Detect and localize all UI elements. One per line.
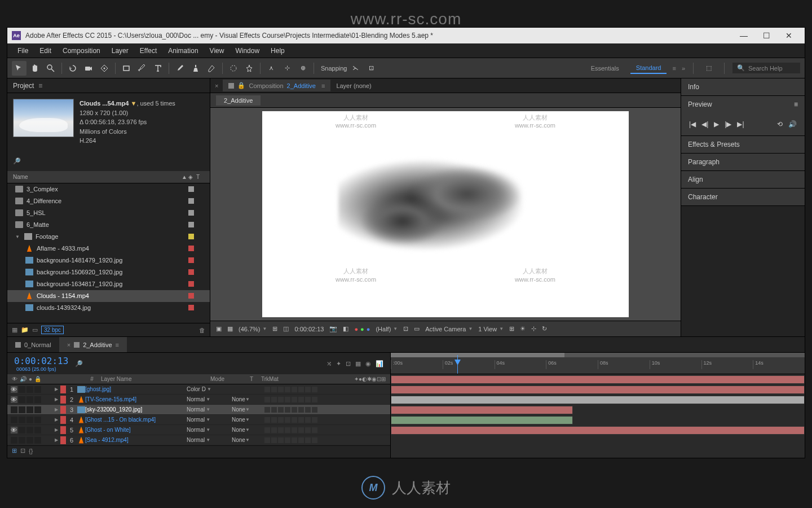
composition-viewer[interactable]: 人人素材www.rr-sc.com 人人素材www.rr-sc.com 人人素材… xyxy=(210,108,681,321)
switch[interactable] xyxy=(292,437,297,443)
switch[interactable] xyxy=(292,427,297,433)
audio-toggle[interactable] xyxy=(19,427,25,433)
switches-icon[interactable]: ✦●◐✱◉⊡⊞ xyxy=(354,376,386,382)
switch[interactable] xyxy=(271,427,277,433)
resolution-icon[interactable]: ⊞ xyxy=(272,325,277,332)
layer-name[interactable]: [ghost.jpg] xyxy=(85,386,187,392)
switch[interactable] xyxy=(278,417,284,423)
pen-tool[interactable] xyxy=(135,61,149,76)
toggle-in-out-icon[interactable]: {} xyxy=(29,448,33,454)
project-item[interactable]: 4_Difference xyxy=(7,195,210,207)
switch[interactable] xyxy=(264,407,270,413)
layer-color[interactable] xyxy=(60,416,66,424)
video-toggle[interactable] xyxy=(11,406,17,413)
search-help-input[interactable]: 🔍 Search Help xyxy=(732,63,800,73)
layer-name[interactable]: [Ghost - on White] xyxy=(85,427,187,433)
work-area[interactable] xyxy=(391,353,805,357)
mode-dropdown[interactable]: Normal ▼ xyxy=(187,437,220,443)
menu-composition[interactable]: Composition xyxy=(57,45,106,57)
close-button[interactable]: ✕ xyxy=(778,28,800,43)
switch[interactable] xyxy=(305,397,311,402)
timeline-right[interactable]: :00s02s04s06s08s10s12s14s xyxy=(391,353,805,458)
interpret-footage-icon[interactable]: ▦ xyxy=(12,326,17,334)
expand-icon[interactable]: ▶ xyxy=(52,397,60,402)
sync-settings-icon[interactable]: ⬚ xyxy=(701,61,716,76)
snapping-toggle[interactable]: ⋋ xyxy=(348,61,363,76)
layer-bar[interactable] xyxy=(391,416,573,424)
switch[interactable] xyxy=(264,397,270,402)
layer-color[interactable] xyxy=(60,386,66,393)
switch[interactable] xyxy=(278,407,284,413)
switch[interactable] xyxy=(298,427,304,433)
layer-row[interactable]: ▶4[Ghost ...15 - On black.mp4]Normal ▼No… xyxy=(7,415,390,425)
layer-name[interactable]: [sky-232000_1920.jpg] xyxy=(85,406,187,413)
expand-icon[interactable]: ▶ xyxy=(52,427,60,432)
layer-bar[interactable] xyxy=(391,426,805,435)
trkmat-dropdown[interactable]: None ▼ xyxy=(232,417,260,423)
project-list[interactable]: 3_Complex4_Difference5_HSL6_Matte▼Footag… xyxy=(7,183,210,323)
mode-dropdown[interactable]: Normal ▼ xyxy=(187,406,220,413)
prev-frame-button[interactable]: ◀| xyxy=(701,120,708,128)
layer-row[interactable]: 👁▶2[TV-Scene-15s.mp4]Normal ▼None ▼ xyxy=(7,395,390,405)
clone-stamp-tool[interactable] xyxy=(188,61,203,76)
hide-shy-icon[interactable]: ⊡ xyxy=(346,360,351,367)
first-frame-button[interactable]: |◀ xyxy=(689,120,696,128)
layer-name-column[interactable]: Layer Name xyxy=(98,376,210,382)
lock-toggle[interactable] xyxy=(34,427,41,433)
transparency-grid-icon[interactable]: ▦ xyxy=(227,325,233,332)
color-label[interactable] xyxy=(188,246,194,251)
project-item[interactable]: Clouds - 1154.mp4 xyxy=(7,290,210,302)
channel-icon[interactable]: ● xyxy=(354,326,358,332)
switch[interactable] xyxy=(271,397,277,402)
local-axis-icon[interactable]: ⋏ xyxy=(264,61,279,76)
project-item[interactable]: 6_Matte xyxy=(7,219,210,231)
new-comp-icon[interactable]: ▭ xyxy=(32,326,38,334)
close-tab-icon[interactable]: × xyxy=(210,82,223,89)
expand-icon[interactable]: ▶ xyxy=(52,417,60,422)
switch[interactable] xyxy=(285,437,290,443)
roi-icon[interactable]: ◫ xyxy=(283,325,289,332)
effects-panel-header[interactable]: Effects & Presets xyxy=(681,136,805,153)
comp-name-link[interactable]: 2_Additive xyxy=(287,82,316,89)
roto-brush-tool[interactable] xyxy=(226,61,241,76)
lock-icon[interactable]: 🔒 xyxy=(237,82,245,89)
layer-bar[interactable] xyxy=(391,396,805,404)
refresh-icon[interactable]: ↻ xyxy=(542,325,547,332)
project-panel-header[interactable]: Project ≡ xyxy=(7,78,210,93)
expand-icon[interactable]: ▶ xyxy=(52,387,60,392)
switch[interactable] xyxy=(278,397,284,402)
audio-toggle[interactable] xyxy=(19,437,25,444)
color-label[interactable] xyxy=(188,257,194,263)
mode-dropdown[interactable]: Color D ▼ xyxy=(187,386,220,392)
minimize-button[interactable]: — xyxy=(732,28,755,43)
snapshot-icon[interactable]: 📷 xyxy=(329,325,337,332)
switch[interactable] xyxy=(271,407,277,413)
switch[interactable] xyxy=(264,417,270,423)
menu-layer[interactable]: Layer xyxy=(106,45,134,57)
switch[interactable] xyxy=(305,407,311,413)
menu-animation[interactable]: Animation xyxy=(162,45,204,57)
label-column-icon[interactable]: ◈ xyxy=(188,174,196,180)
video-toggle[interactable]: 👁 xyxy=(11,386,17,393)
next-frame-button[interactable]: |▶ xyxy=(725,120,731,128)
trkmat-dropdown[interactable]: None ▼ xyxy=(232,396,260,402)
frame-blend-icon[interactable]: ▦ xyxy=(355,360,361,367)
layer-bar[interactable] xyxy=(391,406,573,414)
solo-toggle[interactable] xyxy=(27,417,33,423)
play-button[interactable]: ▶ xyxy=(714,120,719,128)
switch[interactable] xyxy=(312,427,317,433)
video-toggle[interactable] xyxy=(11,417,17,423)
selection-tool[interactable] xyxy=(12,61,27,76)
switch[interactable] xyxy=(298,407,304,413)
panel-menu-icon[interactable]: ≡ xyxy=(794,100,798,108)
snap-edges-icon[interactable]: ⊡ xyxy=(364,61,379,76)
pixel-aspect-icon[interactable]: ⊞ xyxy=(509,325,514,332)
color-label[interactable] xyxy=(188,222,194,227)
switch[interactable] xyxy=(292,417,297,423)
exposure-icon[interactable]: ☀ xyxy=(520,325,526,332)
switch[interactable] xyxy=(292,397,297,402)
preview-panel-header[interactable]: Preview≡ xyxy=(681,96,805,113)
layer-bar[interactable] xyxy=(391,386,805,394)
switch[interactable] xyxy=(292,387,297,392)
workspace-overflow-icon[interactable]: » xyxy=(682,65,685,72)
